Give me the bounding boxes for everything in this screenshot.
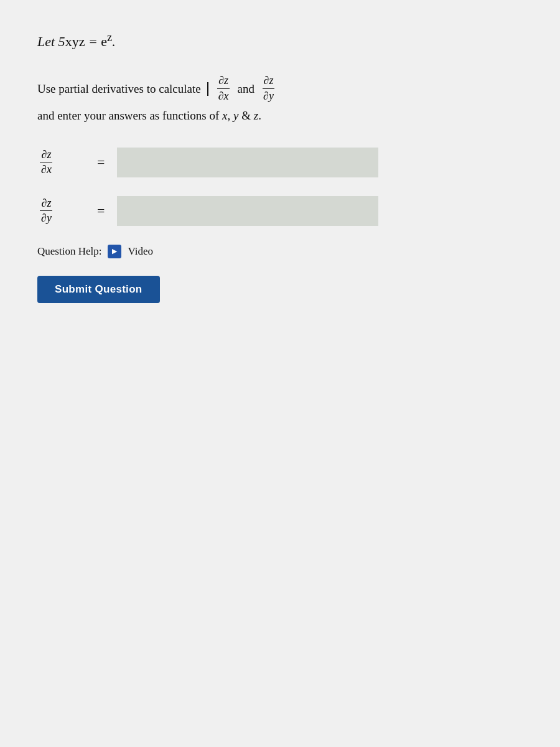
fraction-dzdx-label: ∂z ∂x xyxy=(40,149,53,177)
fraction-dzdy-instruction: ∂z ∂y xyxy=(262,75,275,103)
page-container: Let 5xyz = ez. Use partial derivatives t… xyxy=(0,0,560,747)
dzdx-answer-input[interactable] xyxy=(117,148,378,177)
question-help-row: Question Help: ▶ Video xyxy=(37,245,523,258)
instruction-line2: and enter your answers as functions of x… xyxy=(37,109,523,123)
video-label[interactable]: Video xyxy=(128,245,153,258)
conjunction-text: and xyxy=(238,82,254,96)
submit-question-button[interactable]: Submit Question xyxy=(37,276,160,303)
equals-dzdy: = xyxy=(97,203,105,219)
dzdx-input-row: ∂z ∂x = xyxy=(37,148,523,177)
fraction-dzdx-instruction: ∂z ∂x xyxy=(217,75,230,103)
equals-dzdx: = xyxy=(97,154,105,171)
instruction-line1: Use partial derivatives to calculate ∂z … xyxy=(37,75,523,103)
dzdx-label: ∂z ∂x xyxy=(37,149,87,177)
instruction-prefix: Use partial derivatives to calculate xyxy=(37,82,201,96)
dzdy-label: ∂z ∂y xyxy=(37,197,87,225)
question-help-label: Question Help: xyxy=(37,245,101,258)
fraction-dzdy-label: ∂z ∂y xyxy=(40,197,53,225)
problem-title: Let 5xyz = ez. xyxy=(37,31,523,50)
cursor-indicator xyxy=(207,82,208,96)
dzdy-answer-input[interactable] xyxy=(117,196,378,226)
video-icon[interactable]: ▶ xyxy=(108,245,121,258)
dzdy-input-row: ∂z ∂y = xyxy=(37,196,523,226)
